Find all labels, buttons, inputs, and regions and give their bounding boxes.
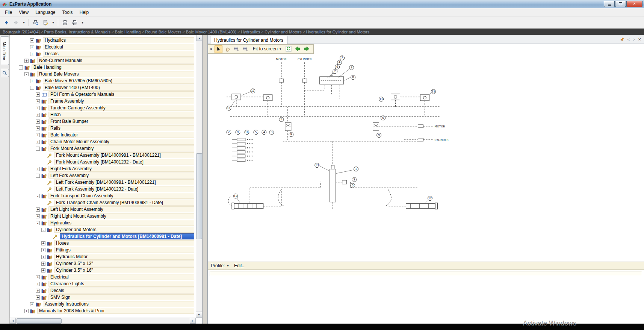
tree-item[interactable]: -Fork Transport Chain Assembly (10, 192, 196, 199)
tree-vertical-scrollbar[interactable]: ▲ ▼ (196, 35, 202, 318)
maximize-button[interactable] (615, 1, 626, 7)
tree-item-label[interactable]: Manuals for 2008 Models & Prior (37, 308, 194, 314)
page-setup-button[interactable] (41, 18, 50, 27)
zoom-mode-dropdown[interactable]: Fit to screen ▾ (253, 46, 281, 51)
expand-icon[interactable]: + (36, 214, 40, 218)
expand-icon[interactable]: + (36, 92, 40, 97)
breadcrumb-link[interactable]: Bourgault [2024/Q4] (3, 30, 39, 34)
diagram-canvas[interactable]: MOTORCYLINDERMOTORCYLINDER 7463281111111… (208, 54, 644, 262)
tree-item-label[interactable]: Fork Mount Assembly (48, 145, 194, 151)
tab-close-icon[interactable]: × (638, 36, 641, 42)
page-setup-dropdown-button[interactable]: ▾ (51, 18, 56, 27)
tree-item[interactable]: Fork Mount Assembly [BM14001232 - Date] (10, 159, 196, 165)
print-preview-button[interactable] (31, 18, 40, 27)
expand-icon[interactable]: + (41, 262, 45, 266)
breadcrumb-link[interactable]: Round Bale Movers (145, 30, 181, 34)
collapse-icon[interactable]: - (36, 194, 40, 198)
tree-item[interactable]: -Hydraulics (10, 219, 196, 226)
tree-item[interactable]: +Non-Current Manuals (10, 57, 196, 64)
document-tab[interactable]: Hydraulics for Cylinder and Motors (210, 36, 287, 44)
tree-item[interactable]: -Left Fork Assembly (10, 172, 196, 179)
tree-item-label[interactable]: Bale Handling (32, 64, 194, 70)
tree-item-label[interactable]: Fork Transport Chain Assembly [BM1400098… (54, 200, 194, 206)
expand-icon[interactable]: + (41, 268, 45, 272)
tree-item[interactable]: Fork Mount Assembly [BM14000981 - BM1400… (10, 152, 196, 159)
print-options-dropdown-button[interactable]: ▾ (80, 18, 85, 27)
tree-item-label[interactable]: Clearance Lights (48, 281, 194, 287)
tree-item[interactable]: +Hitch (10, 111, 196, 118)
scroll-right-button[interactable]: ► (190, 318, 196, 324)
profile-dropdown-icon[interactable]: ▾ (227, 264, 229, 268)
expand-icon[interactable]: + (30, 79, 34, 83)
select-tool-button[interactable] (215, 45, 222, 53)
tree-item[interactable]: +SMV Sign (10, 294, 196, 301)
tree-item[interactable]: Left Fork Assembly [BM14001232 - Date] (10, 186, 196, 192)
next-diagram-button[interactable] (302, 45, 310, 53)
expand-icon[interactable]: + (36, 120, 40, 124)
tree-item[interactable]: +Bale Mover 607/605 (BM607/605) (10, 77, 196, 84)
profile-edit-button[interactable]: Edit... (234, 263, 246, 268)
breadcrumb-link[interactable]: Bale Mover 1400 (BM1400) (186, 30, 237, 34)
tree-item-label[interactable]: Hydraulics (48, 220, 194, 226)
tree-item-label[interactable]: Tandem Carriage Assembly (48, 105, 194, 111)
scrollbar-thumb[interactable] (196, 153, 202, 239)
tree-item-label[interactable]: Fork Transport Chain Assembly (48, 193, 194, 199)
tree-item[interactable]: +Hoses (10, 240, 196, 247)
tree-item-label[interactable]: Hydraulics for Cylinder and Motors [BM14… (60, 233, 194, 239)
tree-item-label[interactable]: Fittings (54, 247, 194, 253)
menu-item-help[interactable]: Help (76, 9, 92, 16)
tree-item[interactable]: -Round Bale Movers (10, 71, 196, 77)
tree-item-label[interactable]: Non-Current Manuals (37, 58, 194, 64)
close-button[interactable]: × (626, 1, 642, 7)
expand-icon[interactable]: + (36, 289, 40, 293)
tree-item-label[interactable]: Decals (43, 51, 194, 57)
breadcrumb-link[interactable]: Bale Handling (115, 30, 141, 34)
expand-icon[interactable]: + (30, 45, 34, 49)
tree-item-label[interactable]: Right Light Mount Assembly (48, 213, 194, 219)
collapse-icon[interactable]: - (19, 65, 23, 70)
history-dropdown-button[interactable]: ▾ (21, 18, 26, 27)
tree-item[interactable]: +Rails (10, 125, 196, 132)
search-tab[interactable] (1, 69, 9, 77)
tree-item[interactable]: +Manuals for 2008 Models & Prior (10, 307, 196, 314)
tree-item-label[interactable]: Fork Mount Assembly [BM14000981 - BM1400… (54, 152, 194, 158)
expand-icon[interactable]: + (36, 167, 40, 171)
tree-item[interactable]: +PDI Form & Operator's Manuals (10, 91, 196, 98)
titlebar[interactable]: EzParts Application × (0, 0, 644, 8)
expand-icon[interactable]: + (36, 133, 40, 137)
tree-item-label[interactable]: Hitch (48, 112, 194, 118)
tree-item[interactable]: +Right Fork Assembly (10, 165, 196, 172)
expand-icon[interactable]: + (41, 248, 45, 252)
tree-item[interactable]: +Electrical (10, 44, 196, 50)
collapse-toolbar-button[interactable]: < (210, 47, 212, 51)
tree-item-label[interactable]: Fork Mount Assembly [BM14001232 - Date] (54, 159, 194, 165)
breadcrumb-link[interactable]: Hydraulics for Cylinder and Motors (306, 30, 369, 34)
expand-icon[interactable]: + (41, 241, 45, 245)
pin-icon[interactable] (619, 37, 624, 42)
tree-item[interactable]: +Assembly Instructions (10, 301, 196, 307)
zoom-out-button[interactable] (242, 45, 249, 53)
tree-item[interactable]: +Clearance Lights (10, 280, 196, 287)
expand-icon[interactable]: + (30, 302, 34, 306)
tree-item[interactable]: +Front Bale Bumper (10, 118, 196, 125)
menu-item-tools[interactable]: Tools (59, 9, 76, 16)
tree-item[interactable]: Fork Transport Chain Assembly [BM1400098… (10, 199, 196, 206)
expand-icon[interactable]: + (36, 99, 40, 103)
tree-item-label[interactable]: PDI Form & Operator's Manuals (48, 91, 194, 97)
pan-tool-button[interactable] (224, 45, 231, 53)
expand-icon[interactable]: + (36, 295, 40, 300)
collapse-icon[interactable]: - (36, 174, 40, 178)
scroll-left-button[interactable]: ◄ (10, 318, 16, 324)
tree-item-label[interactable]: Electrical (43, 44, 194, 50)
menu-item-file[interactable]: File (2, 9, 15, 16)
breadcrumb-link[interactable]: Cylinder and Motors (265, 30, 301, 34)
tree-item[interactable]: +Cylinder 3.5" x 13" (10, 260, 196, 267)
forward-button[interactable] (12, 18, 21, 27)
tree-item[interactable]: -Fork Mount Assembly (10, 145, 196, 152)
tree-item[interactable]: -Bale Handling (10, 64, 196, 71)
expand-icon[interactable]: + (36, 126, 40, 130)
tree-item[interactable]: +Cylinder 3.5" x 16" (10, 267, 196, 274)
refresh-button[interactable] (284, 45, 292, 53)
tree-item-label[interactable]: Left Fork Assembly (48, 173, 194, 179)
tree-item[interactable]: Left Fork Assembly [BM14000981 - BM14001… (10, 179, 196, 186)
